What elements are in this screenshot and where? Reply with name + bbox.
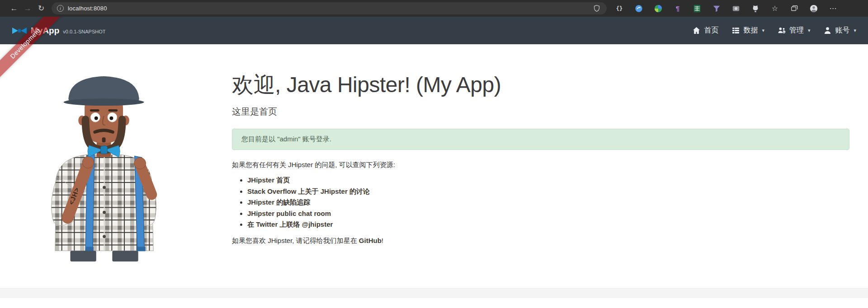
code-braces-extension-icon[interactable]: {} [615, 4, 624, 13]
capture-extension-icon[interactable] [731, 4, 741, 13]
github-star-text: 如果您喜欢 JHipster, 请记得给我们加星在 GitHub! [232, 237, 849, 245]
link-bugtracker[interactable]: JHipster 的缺陷追踪 [247, 198, 310, 206]
address-bar[interactable]: i localhost:8080 [52, 2, 607, 14]
nav-entities-label: 数据 [743, 26, 758, 35]
link-twitter[interactable]: 在 Twitter 上联络 @jhipster [247, 220, 333, 228]
tracking-prevention-shield-icon[interactable] [592, 4, 601, 13]
nav-administration-label: 管理 [789, 26, 804, 35]
nav-account[interactable]: 账号 ▾ [824, 26, 856, 35]
resources-intro: 如果您有任何有关 JHipster 的问题, 可以查阅下列资源: [232, 161, 849, 169]
nav-entities[interactable]: 数据 ▾ [732, 26, 764, 35]
list-item: Stack Overflow 上关于 JHipster 的讨论 [247, 186, 849, 197]
browser-toolbar: ← → ↻ i localhost:8080 {} ¶ ☆ [0, 0, 868, 17]
chevron-down-icon: ▾ [808, 28, 811, 33]
list-item: JHipster public chat room [247, 208, 849, 219]
site-info-icon[interactable]: i [57, 5, 64, 12]
github-star-prefix: 如果您喜欢 JHipster, 请记得给我们加星在 [232, 237, 359, 244]
chevron-down-icon: ▾ [762, 28, 764, 33]
app-viewport: MyApp v0.0.1-SNAPSHOT 首页 数据 ▾ 管理 ▾ 账号 ▾ [0, 17, 868, 298]
url-text[interactable]: localhost:8080 [68, 5, 588, 12]
extensions-toolbar: {} ¶ ☆ ⋯ [615, 4, 838, 13]
browser-menu-icon[interactable]: ⋯ [829, 4, 838, 13]
logged-in-alert-text: 您目前是以 "admin" 账号登录. [241, 135, 331, 143]
jhipster-mascot-image: <JH> [50, 70, 166, 264]
page-footer [0, 288, 868, 298]
collections-icon[interactable] [790, 4, 799, 13]
github-star-suffix: ! [382, 237, 383, 244]
logged-in-alert: 您目前是以 "admin" 账号登录. [232, 129, 849, 150]
color-wheel-extension-icon[interactable] [654, 4, 663, 13]
nav-administration[interactable]: 管理 ▾ [778, 26, 811, 35]
home-content: 欢迎, Java Hipster! (My App) 这里是首页 您目前是以 "… [232, 70, 849, 264]
app-navbar: MyApp v0.0.1-SNAPSHOT 首页 数据 ▾ 管理 ▾ 账号 ▾ [0, 17, 868, 44]
page-subtitle: 这里是首页 [232, 106, 849, 118]
refresh-button[interactable]: ↻ [34, 2, 48, 15]
pilcrow-extension-icon[interactable]: ¶ [673, 4, 682, 13]
chevron-down-icon: ▾ [854, 28, 856, 33]
filter-extension-icon[interactable] [712, 4, 721, 13]
favorites-icon[interactable]: ☆ [770, 4, 779, 13]
github-link[interactable]: GitHub [359, 237, 382, 244]
blue-extension-icon[interactable] [634, 4, 643, 13]
user-icon [824, 27, 831, 34]
github-extension-icon[interactable] [751, 4, 760, 13]
spreadsheet-extension-icon[interactable] [693, 4, 702, 13]
back-button[interactable]: ← [7, 2, 21, 15]
resources-list: JHipster 首页 Stack Overflow 上关于 JHipster … [232, 175, 849, 230]
link-chat-room[interactable]: JHipster public chat room [247, 210, 331, 217]
nav-home[interactable]: 首页 [693, 26, 718, 35]
table-list-icon [732, 27, 740, 34]
list-item: 在 Twitter 上联络 @jhipster [247, 219, 849, 230]
page-title: 欢迎, Java Hipster! (My App) [232, 70, 849, 99]
forward-button[interactable]: → [21, 2, 34, 15]
app-version: v0.0.1-SNAPSHOT [63, 29, 105, 34]
users-gear-icon [778, 27, 786, 34]
jhipster-logo-icon [12, 27, 27, 35]
navbar-menu: 首页 数据 ▾ 管理 ▾ 账号 ▾ [693, 26, 856, 35]
list-item: JHipster 首页 [247, 175, 849, 186]
list-item: JHipster 的缺陷追踪 [247, 197, 849, 208]
profile-avatar[interactable] [809, 4, 818, 13]
nav-account-label: 账号 [835, 26, 849, 35]
nav-home-label: 首页 [704, 26, 718, 35]
link-jhipster-home[interactable]: JHipster 首页 [247, 176, 290, 184]
home-icon [693, 27, 700, 34]
link-stackoverflow[interactable]: Stack Overflow 上关于 JHipster 的讨论 [247, 187, 370, 195]
home-page: <JH> [0, 44, 868, 264]
